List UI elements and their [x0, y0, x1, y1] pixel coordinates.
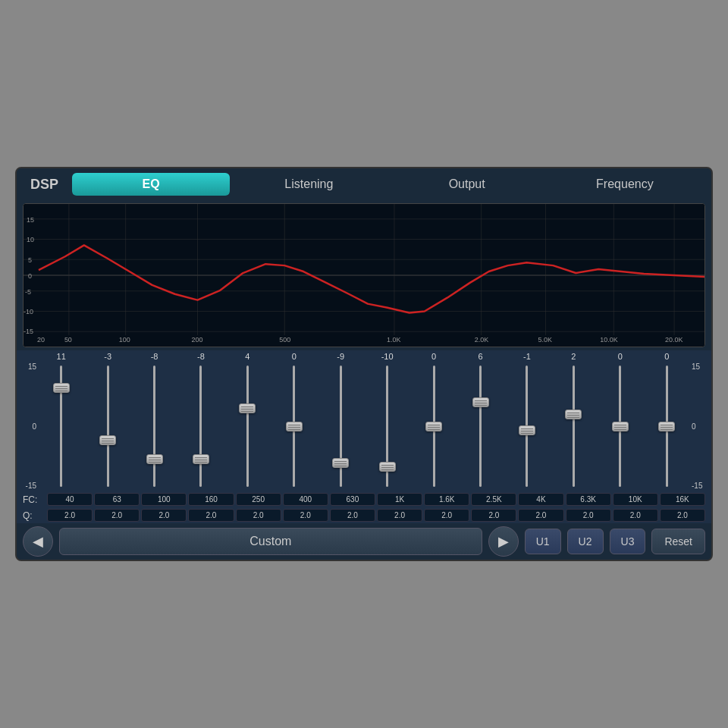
svg-text:20.0K: 20.0K — [665, 336, 682, 344]
svg-text:50: 50 — [64, 336, 72, 344]
fader-col-10[interactable] — [504, 362, 550, 490]
fader-db-6: -9 — [318, 352, 364, 361]
fc-cell-8[interactable]: 1.6K — [424, 493, 469, 506]
tab-output[interactable]: Output — [388, 173, 546, 196]
fader-col-13[interactable] — [643, 362, 689, 490]
fader-col-5[interactable] — [271, 362, 317, 490]
svg-text:5.0K: 5.0K — [538, 336, 552, 344]
q-cell-8[interactable]: 2.0 — [424, 509, 469, 522]
svg-text:-5: -5 — [25, 288, 31, 296]
svg-text:-10: -10 — [24, 308, 33, 315]
u2-button[interactable]: U2 — [567, 529, 604, 554]
svg-text:10.0K: 10.0K — [600, 336, 617, 344]
fader-db-13: 0 — [643, 352, 689, 361]
svg-text:200: 200 — [192, 336, 203, 344]
svg-text:500: 500 — [279, 336, 290, 344]
fader-col-3[interactable] — [177, 362, 224, 490]
q-cell-13[interactable]: 2.0 — [660, 509, 705, 522]
svg-text:-15: -15 — [24, 328, 33, 335]
tab-eq[interactable]: EQ — [72, 173, 230, 196]
fc-cell-5[interactable]: 400 — [283, 493, 328, 506]
eq-graph[interactable]: 15 10 5 0 -5 -10 -15 20 50 100 200 500 1… — [23, 203, 705, 347]
fader-db-12: 0 — [597, 352, 643, 361]
fader-db-2: -8 — [131, 352, 177, 361]
svg-text:0: 0 — [28, 272, 32, 280]
fc-cell-2[interactable]: 100 — [141, 493, 187, 506]
fader-col-6[interactable] — [318, 362, 364, 490]
fader-db-7: -10 — [364, 352, 410, 361]
q-cell-5[interactable]: 2.0 — [283, 509, 328, 522]
fader-db-11: 2 — [551, 352, 597, 361]
fc-cell-6[interactable]: 630 — [330, 493, 375, 506]
next-preset-button[interactable]: ▶ — [488, 526, 519, 557]
fc-cell-11[interactable]: 6.3K — [566, 493, 611, 506]
fc-cell-13[interactable]: 16K — [660, 493, 705, 506]
fader-db-0: 11 — [38, 352, 84, 361]
svg-text:100: 100 — [119, 336, 130, 344]
fader-db-9: 6 — [457, 352, 504, 361]
u3-button[interactable]: U3 — [610, 529, 646, 554]
fader-db-5: 0 — [271, 352, 317, 361]
fc-cell-9[interactable]: 2.5K — [471, 493, 516, 506]
fader-col-12[interactable] — [597, 362, 643, 490]
dsp-panel: DSP EQ Listening Output Frequency — [15, 167, 713, 561]
fc-cell-1[interactable]: 63 — [94, 493, 140, 506]
tab-frequency[interactable]: Frequency — [546, 173, 704, 196]
q-cell-2[interactable]: 2.0 — [141, 509, 187, 522]
bottom-bar: ◀ Custom ▶ U1 U2 U3 Reset — [17, 523, 711, 560]
q-cell-12[interactable]: 2.0 — [613, 509, 658, 522]
fader-db-4: 4 — [224, 352, 271, 361]
fc-cell-0[interactable]: 40 — [47, 493, 93, 506]
fader-col-7[interactable] — [364, 362, 410, 490]
fc-cell-7[interactable]: 1K — [377, 493, 422, 506]
q-cell-7[interactable]: 2.0 — [377, 509, 422, 522]
q-cell-0[interactable]: 2.0 — [47, 509, 93, 522]
q-cell-3[interactable]: 2.0 — [188, 509, 234, 522]
fader-section: 11-3-8-840-9-1006-1200150-15150-15FC:406… — [17, 350, 711, 523]
svg-text:20: 20 — [37, 336, 45, 344]
q-cell-10[interactable]: 2.0 — [518, 509, 563, 522]
fc-cell-3[interactable]: 160 — [188, 493, 234, 506]
fc-cell-12[interactable]: 10K — [613, 493, 658, 506]
tab-dsp: DSP — [24, 174, 64, 196]
fader-db-1: -3 — [84, 352, 130, 361]
q-cell-1[interactable]: 2.0 — [94, 509, 140, 522]
u1-button[interactable]: U1 — [525, 529, 561, 554]
q-cell-6[interactable]: 2.0 — [330, 509, 375, 522]
fader-db-3: -8 — [177, 352, 224, 361]
fc-label: FC: — [23, 494, 46, 505]
fader-col-4[interactable] — [224, 362, 271, 490]
reset-button[interactable]: Reset — [651, 529, 705, 554]
fader-col-0[interactable] — [38, 362, 84, 490]
fader-col-1[interactable] — [84, 362, 130, 490]
svg-text:1.0K: 1.0K — [387, 336, 401, 344]
q-cell-9[interactable]: 2.0 — [471, 509, 516, 522]
svg-text:10: 10 — [27, 236, 34, 243]
svg-text:5: 5 — [28, 256, 32, 264]
svg-text:2.0K: 2.0K — [475, 336, 489, 344]
prev-preset-button[interactable]: ◀ — [23, 526, 53, 557]
fc-cell-4[interactable]: 250 — [236, 493, 281, 506]
q-cell-4[interactable]: 2.0 — [236, 509, 281, 522]
q-cell-11[interactable]: 2.0 — [566, 509, 611, 522]
fc-cell-10[interactable]: 4K — [518, 493, 563, 506]
preset-name: Custom — [59, 528, 482, 555]
svg-text:15: 15 — [27, 216, 34, 224]
fader-db-10: -1 — [504, 352, 550, 361]
fader-col-8[interactable] — [410, 362, 457, 490]
fader-col-11[interactable] — [551, 362, 597, 490]
q-label: Q: — [23, 510, 46, 521]
fader-col-2[interactable] — [131, 362, 177, 490]
tab-bar: DSP EQ Listening Output Frequency — [17, 168, 711, 200]
fader-db-8: 0 — [410, 352, 457, 361]
fader-col-9[interactable] — [457, 362, 504, 490]
tab-listening[interactable]: Listening — [230, 173, 388, 196]
